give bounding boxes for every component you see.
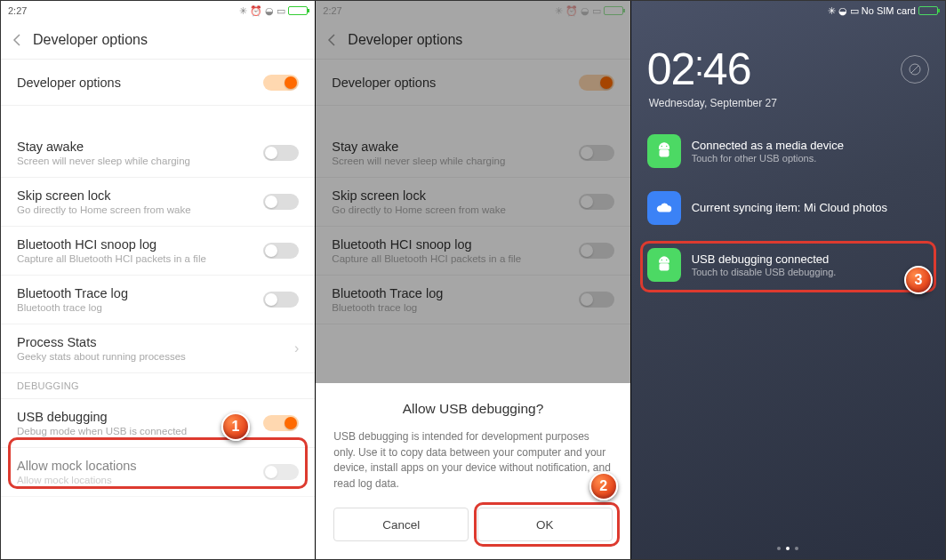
notification-mi-cloud[interactable]: Current syncing item: Mi Cloud photos (642, 182, 934, 234)
phone-3-lockscreen: ✳ ◒ ▭ No SIM card 02 : 46 Wednesday, Sep… (631, 1, 945, 559)
clock-hours: 02 (647, 44, 695, 95)
page-title: Developer options (33, 32, 148, 48)
battery-icon (918, 6, 938, 15)
svg-point-3 (666, 146, 667, 147)
clear-notifications-button[interactable] (901, 55, 929, 84)
status-time: 2:27 (8, 5, 27, 16)
label: Skip screen lock (17, 188, 263, 203)
signal-icon: ▭ (277, 5, 285, 17)
signal-icon: ▭ (850, 5, 859, 17)
notification-usb-debugging[interactable]: USB debugging connected Touch to disable… (642, 239, 934, 291)
notif-subtitle: Touch for other USB options. (692, 153, 929, 164)
dnd-icon: ✳ (239, 5, 247, 17)
sublabel: Go directly to Home screen from wake (17, 204, 263, 215)
cancel-button[interactable]: Cancel (333, 508, 469, 541)
toggle-bt-hci-snoop[interactable] (263, 243, 299, 259)
lock-clock-row: 02 : 46 (631, 20, 945, 97)
sublabel: Geeky stats about running processes (17, 351, 294, 362)
row-bt-hci-snoop[interactable]: Bluetooth HCI snoop log Capture all Blue… (1, 227, 315, 276)
row-developer-options[interactable]: Developer options (1, 60, 315, 106)
row-stay-awake[interactable]: Stay awake Screen will never sleep while… (1, 129, 315, 178)
toggle-bt-trace-log[interactable] (263, 292, 299, 308)
battery-icon (288, 6, 308, 15)
status-bar: ✳ ◒ ▭ No SIM card (631, 1, 945, 20)
notification-media-device[interactable]: Connected as a media device Touch for ot… (642, 125, 934, 177)
row-process-stats[interactable]: Process Stats Geeky stats about running … (1, 324, 315, 373)
ok-button[interactable]: OK (477, 508, 613, 541)
spacer (1, 106, 315, 129)
lock-clock: 02 : 46 (647, 44, 751, 95)
svg-point-2 (661, 146, 661, 147)
android-icon (647, 248, 681, 282)
clock-colon: : (694, 45, 703, 84)
label: Allow mock locations (17, 459, 263, 473)
alarm-icon: ⏰ (250, 5, 262, 17)
toggle-skip-screen-lock[interactable] (263, 194, 299, 210)
label: Bluetooth Trace log (17, 286, 263, 300)
annotation-badge-3: 3 (904, 266, 933, 294)
svg-point-6 (666, 260, 667, 260)
status-icons: ✳ ⏰ ◒ ▭ (239, 5, 308, 17)
android-icon (647, 134, 681, 168)
sublabel: Bluetooth trace log (17, 302, 263, 313)
usb-debugging-dialog: Allow USB debugging? USB debugging is in… (316, 383, 629, 559)
back-button[interactable] (1, 33, 33, 47)
phone-2-allow-dialog: 2:27 ✳ ⏰ ◒ ▭ Developer options Developer… (316, 1, 630, 559)
toggle-mock-locations[interactable] (263, 464, 299, 480)
toggle-usb-debugging[interactable] (263, 415, 299, 431)
notif-title: USB debugging connected (692, 252, 929, 266)
label: Process Stats (17, 335, 294, 349)
cancel-icon (909, 63, 921, 76)
cloud-icon (647, 191, 681, 225)
status-icons: ✳ ◒ ▭ No SIM card (828, 5, 938, 17)
svg-rect-4 (659, 149, 669, 156)
three-phone-composite: 2:27 ✳ ⏰ ◒ ▭ Developer options Developer… (0, 0, 946, 560)
label: Bluetooth HCI snoop log (17, 237, 263, 252)
dnd-icon: ✳ (828, 5, 836, 17)
svg-point-5 (661, 260, 661, 260)
dialog-title: Allow USB debugging? (333, 401, 612, 417)
page-indicator (631, 547, 945, 550)
wifi-icon: ◒ (838, 5, 847, 17)
dialog-body: USB debugging is intended for developmen… (333, 429, 612, 492)
sublabel: Screen will never sleep while charging (17, 156, 263, 166)
phone-1-developer-options: 2:27 ✳ ⏰ ◒ ▭ Developer options Developer… (1, 1, 316, 559)
label: Developer options (17, 76, 263, 90)
lock-date: Wednesday, September 27 (631, 97, 945, 120)
wifi-icon: ◒ (265, 5, 274, 17)
status-bar: 2:27 ✳ ⏰ ◒ ▭ (1, 1, 315, 20)
chevron-left-icon (12, 33, 21, 47)
page-header: Developer options (1, 20, 315, 60)
chevron-right-icon: › (294, 340, 299, 356)
label: Stay awake (17, 140, 263, 154)
sublabel: Allow mock locations (17, 475, 263, 485)
annotation-badge-2: 2 (589, 472, 618, 500)
notif-title: Current syncing item: Mi Cloud photos (692, 201, 929, 214)
row-skip-screen-lock[interactable]: Skip screen lock Go directly to Home scr… (1, 178, 315, 227)
row-usb-debugging[interactable]: USB debugging Debug mode when USB is con… (1, 399, 315, 448)
svg-line-1 (911, 66, 918, 73)
section-debugging-header: DEBUGGING (1, 373, 315, 399)
annotation-badge-1: 1 (221, 412, 250, 441)
svg-rect-7 (659, 263, 669, 270)
clock-mins: 46 (703, 44, 751, 95)
notif-title: Connected as a media device (692, 139, 929, 152)
sublabel: Capture all Bluetooth HCI packets in a f… (17, 253, 263, 264)
no-sim-label: No SIM card (862, 5, 916, 16)
row-mock-locations[interactable]: Allow mock locations Allow mock location… (1, 448, 315, 497)
toggle-developer-options[interactable] (263, 75, 299, 91)
row-bt-trace-log[interactable]: Bluetooth Trace log Bluetooth trace log (1, 276, 315, 324)
notif-subtitle: Touch to disable USB debugging. (692, 267, 929, 277)
toggle-stay-awake[interactable] (263, 145, 299, 161)
